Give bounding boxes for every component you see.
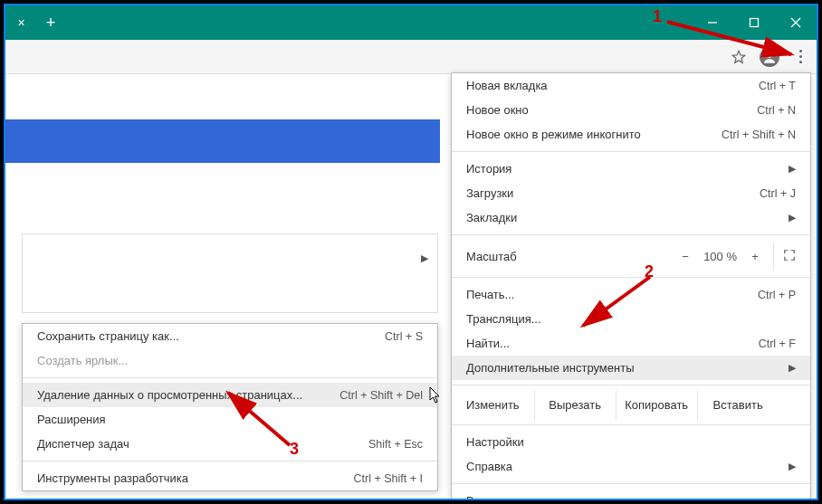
cursor-icon (429, 386, 442, 404)
menu-separator (452, 151, 810, 152)
chevron-right-icon: ▶ (789, 362, 796, 374)
menu-separator (23, 377, 437, 378)
chevron-right-icon: ▶ (789, 163, 796, 175)
menu-item-shortcut: Ctrl + S (358, 330, 423, 343)
cut-button[interactable]: Вырезать (534, 390, 616, 420)
menu-item-shortcut: Ctrl + N (730, 104, 796, 117)
menu-separator (452, 424, 810, 425)
menu-separator (452, 483, 810, 484)
menu-item-shortcut: Shift + Esc (341, 438, 423, 451)
menu-separator (23, 461, 437, 461)
tab-close-button[interactable]: × (5, 5, 37, 40)
menu-item-shortcut: Ctrl + P (731, 289, 796, 301)
page-panel: ▶ (22, 233, 438, 313)
menu-separator (452, 385, 810, 385)
menu-item-bookmarks[interactable]: Закладки ▶ (452, 205, 810, 230)
close-icon: × (17, 15, 24, 30)
menu-item-exit[interactable]: Выход (452, 489, 810, 500)
submenu-item-dev-tools[interactable]: Инструменты разработчика Ctrl + Shift + … (23, 466, 437, 490)
svg-line-6 (583, 277, 650, 326)
zoom-label: Масштаб (466, 250, 676, 263)
chevron-right-icon: ▶ (421, 252, 428, 264)
annotation-1: 1 (653, 7, 662, 26)
menu-item-label: Новая вкладка (466, 79, 731, 92)
browser-window: × + (4, 4, 818, 500)
annotation-arrow-1 (663, 13, 808, 67)
menu-item-label: Создать ярлык... (37, 354, 423, 367)
annotation-arrow-3 (214, 384, 304, 456)
paste-button[interactable]: Вставить (697, 390, 779, 420)
menu-separator (452, 234, 810, 235)
menu-item-label: Инструменты разработчика (37, 471, 327, 485)
menu-item-incognito[interactable]: Новое окно в режиме инкогнито Ctrl + Shi… (452, 122, 810, 147)
zoom-value: 100 % (703, 250, 737, 263)
edit-label: Изменить (452, 390, 534, 420)
annotation-arrow-2 (567, 271, 666, 344)
fullscreen-button[interactable] (783, 249, 796, 264)
menu-item-label: Настройки (466, 435, 796, 449)
menu-item-settings[interactable]: Настройки (452, 430, 810, 454)
menu-item-shortcut: Ctrl + Shift + I (327, 472, 423, 485)
menu-item-label: История (466, 162, 789, 176)
menu-item-label: Дополнительные инструменты (466, 361, 789, 375)
menu-item-label: Новое окно в режиме инкогнито (466, 128, 694, 141)
svg-line-5 (667, 22, 791, 54)
zoom-in-button[interactable]: + (746, 250, 764, 263)
menu-item-edit-row: Изменить Вырезать Копировать Вставить (452, 390, 810, 420)
fullscreen-icon (783, 249, 796, 262)
copy-button[interactable]: Копировать (616, 390, 697, 420)
chevron-right-icon: ▶ (789, 212, 796, 223)
menu-item-label: Загрузки (466, 186, 732, 200)
menu-item-shortcut: Ctrl + J (732, 187, 796, 200)
new-tab-button[interactable]: + (37, 5, 64, 40)
menu-item-history[interactable]: История ▶ (452, 157, 810, 181)
menu-item-new-window[interactable]: Новое окно Ctrl + N (452, 98, 810, 122)
menu-item-label: Сохранить страницу как... (37, 329, 358, 343)
svg-line-7 (228, 393, 290, 445)
menu-item-help[interactable]: Справка ▶ (452, 454, 810, 479)
plus-icon: + (46, 14, 56, 33)
menu-item-shortcut: Ctrl + T (731, 80, 796, 92)
menu-item-downloads[interactable]: Загрузки Ctrl + J (452, 181, 810, 205)
menu-item-shortcut: Ctrl + Shift + Del (312, 389, 423, 402)
zoom-out-button[interactable]: − (676, 250, 694, 263)
menu-item-label: Справка (466, 460, 789, 473)
menu-item-zoom: Масштаб − 100 % + (452, 240, 810, 272)
menu-item-shortcut: Ctrl + Shift + N (694, 128, 796, 141)
menu-item-more-tools[interactable]: Дополнительные инструменты ▶ (452, 356, 810, 380)
menu-item-new-tab[interactable]: Новая вкладка Ctrl + T (452, 73, 810, 98)
menu-item-label: Новое окно (466, 103, 730, 117)
menu-item-label: Выход (466, 494, 796, 500)
menu-item-shortcut: Ctrl + F (731, 338, 796, 350)
submenu-item-save-page[interactable]: Сохранить страницу как... Ctrl + S (23, 324, 437, 348)
menu-item-label: Закладки (466, 211, 789, 224)
submenu-item-create-shortcut: Создать ярлык... (23, 348, 437, 373)
chevron-right-icon: ▶ (789, 461, 796, 472)
page-header-bar (5, 119, 440, 163)
